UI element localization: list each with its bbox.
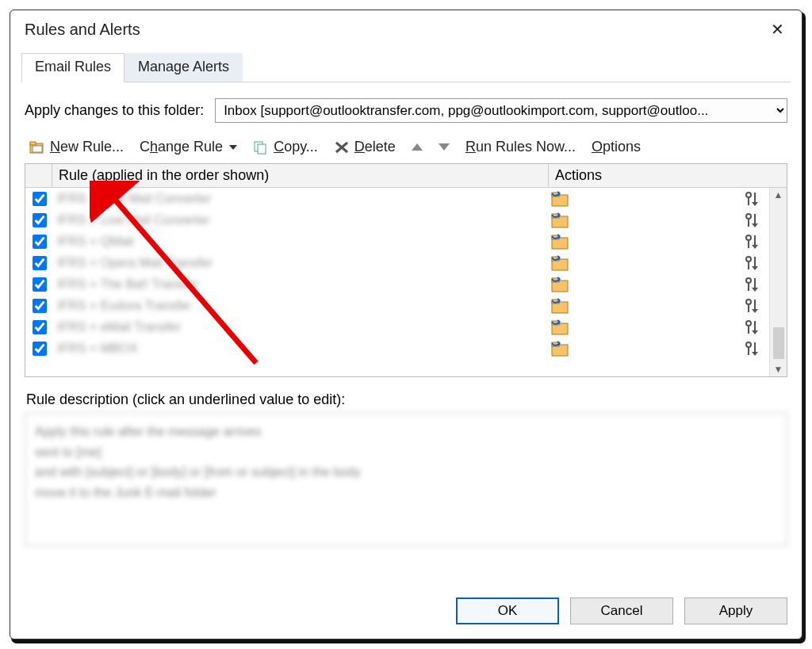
rule-name: IFRS = Map Mail Converter [52,192,549,206]
action-settings-icon [742,319,764,336]
table-row[interactable]: IFRS = Map Mail Converter [25,188,787,209]
scroll-thumb[interactable] [773,327,784,359]
rule-checkbox[interactable] [25,232,52,251]
svg-point-34 [746,300,751,304]
rule-name: IFRS = Live Mail Converter [52,213,549,227]
close-icon[interactable]: ✕ [766,18,789,40]
rules-and-alerts-dialog: Rules and Alerts ✕ Email Rules Manage Al… [10,10,802,639]
rule-description-box[interactable]: Apply this rule after the message arrive… [25,413,787,546]
move-up-button[interactable] [408,142,426,152]
svg-point-9 [746,193,751,197]
col-actions[interactable]: Actions [549,164,787,187]
svg-rect-2 [33,146,42,152]
svg-rect-31 [754,278,756,288]
rule-description-line: and with [subject] or [body] or [from or… [35,462,777,483]
table-row[interactable]: IFRS = eMail Transfer [25,316,787,338]
rules-body: IFRS = Map Mail ConverterIFRS = Live Mai… [25,188,787,376]
rule-checkbox[interactable] [25,296,52,315]
rule-name: IFRS = QMail [52,235,549,249]
copy-button[interactable]: Copy... [250,137,321,157]
action-settings-icon [742,340,764,357]
action-settings-icon [742,190,764,208]
rule-name: IFRS = Opera Mail Transfer [52,256,549,270]
options-button[interactable]: Options [588,137,644,157]
apply-folder-select[interactable]: Inbox [support@outlooktransfer.com, ppg@… [215,98,787,123]
action-move-to-folder-icon [549,319,571,336]
apply-folder-row: Apply changes to this folder: Inbox [sup… [25,98,787,123]
table-row[interactable]: IFRS = QMail [25,231,787,252]
svg-rect-41 [754,321,756,330]
rule-checkbox[interactable] [25,211,52,230]
svg-point-29 [746,278,751,283]
svg-rect-26 [754,257,756,266]
svg-point-39 [746,321,751,326]
svg-point-19 [746,235,751,240]
rule-name: IFRS = MBOX [52,342,549,356]
scroll-down-icon[interactable]: ▼ [772,362,785,376]
rules-list: Rule (applied in the order shown) Action… [25,163,787,377]
svg-rect-20 [748,240,749,248]
rule-name: IFRS = eMail Transfer [52,320,549,334]
chevron-down-icon [229,145,237,150]
svg-rect-35 [748,304,749,312]
rules-header: Rule (applied in the order shown) Action… [25,164,787,188]
scrollbar[interactable]: ▲ ▼ [769,188,787,376]
svg-rect-30 [748,283,749,291]
cancel-button[interactable]: Cancel [570,597,673,624]
svg-point-14 [746,214,751,219]
dialog-content: Apply changes to this folder: Inbox [sup… [10,82,802,585]
apply-folder-label: Apply changes to this folder: [25,102,204,119]
table-row[interactable]: IFRS = The Bat! Transfer [25,273,787,295]
rule-description-line: Apply this rule after the message arrive… [35,422,777,442]
action-move-to-folder-icon [549,297,571,315]
dialog-buttons: OK Cancel Apply [10,585,802,639]
delete-button[interactable]: Delete [331,137,399,157]
svg-rect-11 [754,193,756,202]
col-checkbox [25,164,52,187]
arrow-up-icon [412,143,423,151]
move-down-button[interactable] [435,142,453,152]
run-rules-now-button[interactable]: Run Rules Now... [462,137,579,157]
svg-rect-36 [754,300,756,309]
scroll-up-icon[interactable]: ▲ [772,188,785,202]
dialog-title: Rules and Alerts [25,21,140,39]
table-row[interactable]: IFRS = MBOX [25,338,787,359]
rule-checkbox[interactable] [25,189,52,208]
copy-icon [253,140,269,155]
rule-checkbox[interactable] [25,254,52,273]
table-row[interactable]: IFRS = Eudora Transfer [25,295,787,316]
rule-checkbox[interactable] [25,318,52,337]
svg-point-44 [746,342,751,347]
svg-point-24 [746,257,751,262]
action-move-to-folder-icon [549,276,571,293]
apply-button[interactable]: Apply [684,597,787,624]
change-rule-button[interactable]: Change Rule [136,137,240,157]
rule-description-label: Rule description (click an underlined va… [26,391,786,408]
delete-icon [334,140,350,155]
svg-rect-10 [748,197,749,205]
rule-checkbox[interactable] [25,275,52,294]
svg-rect-40 [748,326,749,334]
table-row[interactable]: IFRS = Opera Mail Transfer [25,252,787,273]
svg-rect-21 [754,235,756,245]
action-settings-icon [742,297,764,315]
action-move-to-folder-icon [549,233,571,250]
ok-button[interactable]: OK [456,597,559,624]
rule-name: IFRS = The Bat! Transfer [52,277,549,292]
new-rule-button[interactable]: New Rule... [26,137,127,157]
action-settings-icon [742,233,764,250]
col-rule[interactable]: Rule (applied in the order shown) [52,164,549,187]
svg-rect-15 [748,219,749,227]
table-row[interactable]: IFRS = Live Mail Converter [25,209,787,231]
rules-toolbar: New Rule... Change Rule Copy... Delete [23,134,789,163]
rule-checkbox[interactable] [25,339,52,358]
titlebar: Rules and Alerts ✕ [10,10,802,44]
action-settings-icon [742,254,764,272]
tab-strip: Email Rules Manage Alerts [21,53,791,82]
tab-email-rules[interactable]: Email Rules [21,53,124,82]
rule-description-line: move it to the Junk E-mail folder [35,483,777,503]
tab-manage-alerts[interactable]: Manage Alerts [124,53,243,82]
new-rule-icon [29,140,45,155]
action-move-to-folder-icon [549,254,571,272]
action-settings-icon [742,276,764,293]
